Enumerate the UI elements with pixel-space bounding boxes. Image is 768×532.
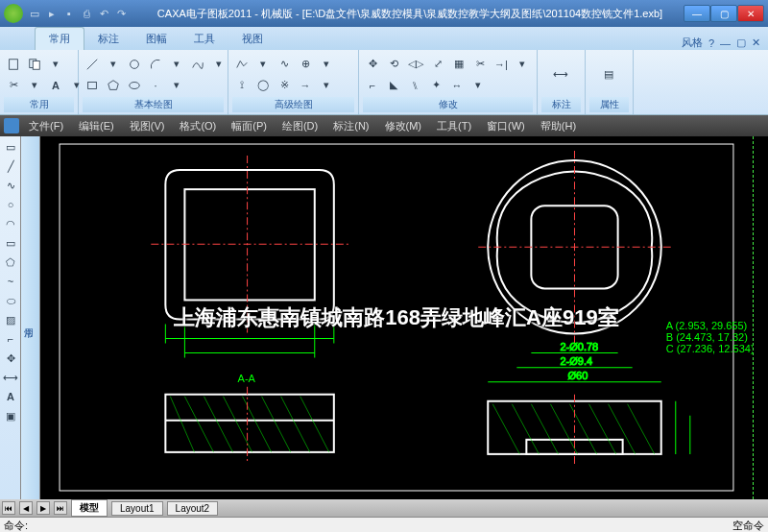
- menu-page[interactable]: 幅面(P): [226, 117, 273, 135]
- thatch-icon[interactable]: ▨: [2, 311, 19, 328]
- scroll-first-icon[interactable]: ⏮: [2, 501, 15, 515]
- break-icon[interactable]: ⑊: [405, 76, 424, 95]
- copy-icon[interactable]: [25, 55, 44, 74]
- arc2-icon[interactable]: ▾: [167, 55, 186, 74]
- mirror-icon[interactable]: ◁▷: [405, 55, 426, 74]
- doc-minimize-icon[interactable]: —: [720, 37, 731, 49]
- gear-icon[interactable]: ※: [275, 76, 294, 95]
- app-logo-icon[interactable]: [4, 4, 23, 23]
- style-label[interactable]: 风格: [682, 36, 703, 50]
- stretch-icon[interactable]: ↔: [447, 76, 467, 95]
- pline-icon[interactable]: [232, 55, 252, 74]
- help-icon[interactable]: ?: [708, 37, 714, 49]
- tab-model[interactable]: 模型: [71, 499, 108, 517]
- tblock-icon[interactable]: ▣: [2, 407, 19, 424]
- menu-prefix-icon[interactable]: [4, 118, 19, 133]
- menu-window[interactable]: 窗口(W): [481, 117, 531, 135]
- tab-layout1[interactable]: Layout1: [111, 501, 163, 516]
- brush-icon[interactable]: ▾: [25, 76, 44, 95]
- array-icon[interactable]: ▦: [449, 55, 468, 74]
- minimize-button[interactable]: —: [684, 5, 710, 22]
- tellipse-icon[interactable]: ⬭: [2, 292, 19, 309]
- tline-icon[interactable]: ╱: [2, 157, 19, 175]
- tab-layout2[interactable]: Layout2: [167, 501, 219, 516]
- drawing-canvas[interactable]: A-A 2-Ø0.78 2-Ø9.4 Ø60 A (2.953, 29.6: [40, 136, 753, 499]
- axis-icon[interactable]: ⊕: [296, 55, 315, 74]
- slot-icon[interactable]: ⟟: [232, 76, 252, 95]
- point-icon[interactable]: ·: [146, 76, 165, 95]
- arrow-icon[interactable]: →: [296, 76, 315, 95]
- wave-icon[interactable]: ∿: [275, 55, 294, 74]
- print-icon[interactable]: ⎙: [79, 6, 94, 21]
- cloud-icon[interactable]: ▾: [253, 55, 273, 74]
- tdim-icon[interactable]: ⟷: [2, 369, 19, 386]
- line-icon[interactable]: [83, 55, 102, 74]
- menu-view[interactable]: 视图(V): [124, 117, 171, 135]
- menu-dim[interactable]: 标注(N): [327, 117, 374, 135]
- tab-annotate[interactable]: 标注: [84, 28, 132, 50]
- paint-icon[interactable]: ▾: [46, 55, 65, 74]
- tab-view[interactable]: 视图: [228, 28, 276, 50]
- trect-icon[interactable]: ▭: [2, 234, 19, 252]
- menu-modify[interactable]: 修改(M): [379, 117, 428, 135]
- tab-tools[interactable]: 工具: [180, 28, 228, 50]
- chamfer-icon[interactable]: ◣: [384, 76, 403, 95]
- new-icon[interactable]: ▭: [27, 6, 42, 21]
- ttext-icon[interactable]: A: [2, 388, 19, 405]
- rotate-icon[interactable]: ⟲: [384, 55, 403, 74]
- polygon-icon[interactable]: [104, 76, 123, 95]
- extend-icon[interactable]: →|: [492, 55, 511, 74]
- trim-icon[interactable]: ✂: [470, 55, 490, 74]
- dim-icon[interactable]: ⟷: [541, 56, 580, 94]
- hole-icon[interactable]: ◯: [253, 76, 273, 95]
- hatch-icon[interactable]: ▾: [167, 76, 186, 95]
- explode-icon[interactable]: ✦: [426, 76, 445, 95]
- tcircle-icon[interactable]: ○: [2, 196, 19, 213]
- d5-icon[interactable]: ▾: [317, 55, 336, 74]
- move-icon[interactable]: ✥: [363, 55, 382, 74]
- tab-common[interactable]: 常用: [35, 27, 84, 50]
- tpline-icon[interactable]: ∿: [2, 177, 19, 194]
- paste-icon[interactable]: [4, 55, 23, 74]
- menu-edit[interactable]: 编辑(E): [73, 117, 120, 135]
- menu-draw[interactable]: 绘图(D): [276, 117, 324, 135]
- maximize-button[interactable]: ▢: [710, 5, 737, 22]
- cut-icon[interactable]: ✂: [4, 76, 23, 95]
- d10-icon[interactable]: ▾: [317, 76, 336, 95]
- tarc-icon[interactable]: ◠: [2, 215, 19, 232]
- prop-icon[interactable]: ▤: [589, 56, 628, 94]
- scroll-next-icon[interactable]: ▶: [36, 501, 50, 515]
- doc-close-icon[interactable]: ✕: [752, 36, 760, 49]
- offset-icon[interactable]: ▾: [513, 55, 532, 74]
- doc-restore-icon[interactable]: ▢: [736, 36, 746, 49]
- save-icon[interactable]: ▪: [61, 6, 77, 21]
- tmove-icon[interactable]: ✥: [2, 350, 19, 367]
- ttrim-icon[interactable]: ⌐: [2, 330, 19, 348]
- tpoly-icon[interactable]: ⬠: [2, 254, 19, 271]
- open-icon[interactable]: ▸: [44, 6, 60, 21]
- ellipse-icon[interactable]: [125, 76, 144, 95]
- line2-icon[interactable]: ▾: [104, 55, 123, 74]
- scroll-last-icon[interactable]: ⏭: [54, 501, 67, 515]
- tspline-icon[interactable]: ~: [2, 273, 19, 290]
- align-icon[interactable]: ▾: [468, 76, 488, 95]
- fillet-icon[interactable]: ⌐: [363, 76, 382, 95]
- menu-format[interactable]: 格式(O): [174, 117, 222, 135]
- redo-icon[interactable]: ↷: [113, 6, 129, 21]
- scale-icon[interactable]: ⤢: [428, 55, 447, 74]
- circle-icon[interactable]: [125, 55, 144, 74]
- sel-icon[interactable]: ▭: [2, 138, 19, 156]
- text-icon[interactable]: A: [46, 76, 65, 95]
- tab-frame[interactable]: 图幅: [132, 28, 180, 50]
- side-tab[interactable]: 常用: [21, 136, 40, 499]
- rect-icon[interactable]: [83, 76, 102, 95]
- spline2-icon[interactable]: ▾: [209, 55, 228, 74]
- undo-icon[interactable]: ↶: [96, 6, 111, 21]
- close-button[interactable]: ✕: [737, 5, 764, 22]
- scroll-prev-icon[interactable]: ◀: [19, 501, 33, 515]
- spline-icon[interactable]: [188, 55, 207, 74]
- menu-help[interactable]: 帮助(H): [535, 117, 582, 135]
- menu-file[interactable]: 文件(F): [23, 117, 69, 135]
- arc-icon[interactable]: [146, 55, 165, 74]
- menu-tools[interactable]: 工具(T): [431, 117, 477, 135]
